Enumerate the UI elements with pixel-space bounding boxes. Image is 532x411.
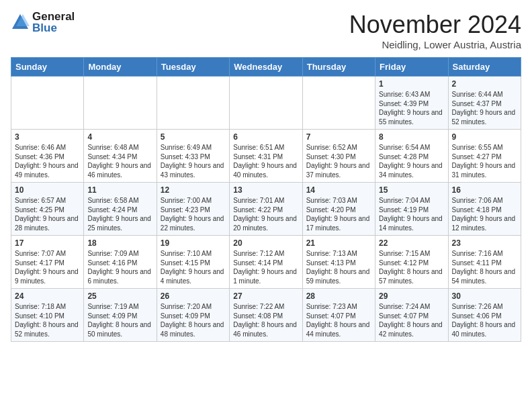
- day-info: Sunrise: 7:18 AM Sunset: 4:10 PM Dayligh…: [15, 302, 80, 338]
- title-area: November 2024 Neidling, Lower Austria, A…: [349, 11, 521, 50]
- day-info: Sunrise: 7:16 AM Sunset: 4:11 PM Dayligh…: [452, 249, 517, 285]
- calendar-cell: 3Sunrise: 6:46 AM Sunset: 4:36 PM Daylig…: [11, 130, 84, 183]
- day-number: 9: [452, 132, 517, 142]
- weekday-header: Thursday: [302, 58, 375, 77]
- logo-general: General: [32, 11, 75, 22]
- day-info: Sunrise: 7:23 AM Sunset: 4:07 PM Dayligh…: [306, 302, 371, 338]
- calendar-cell: [84, 77, 157, 130]
- calendar-cell: 23Sunrise: 7:16 AM Sunset: 4:11 PM Dayli…: [448, 236, 521, 289]
- day-number: 19: [161, 238, 226, 248]
- calendar-week-row: 24Sunrise: 7:18 AM Sunset: 4:10 PM Dayli…: [11, 289, 521, 342]
- day-number: 2: [452, 79, 517, 89]
- calendar-cell: 26Sunrise: 7:20 AM Sunset: 4:09 PM Dayli…: [157, 289, 229, 342]
- calendar-cell: 5Sunrise: 6:49 AM Sunset: 4:33 PM Daylig…: [157, 130, 229, 183]
- calendar-cell: [302, 77, 375, 130]
- calendar-cell: 30Sunrise: 7:26 AM Sunset: 4:06 PM Dayli…: [448, 289, 521, 342]
- day-number: 15: [379, 185, 444, 195]
- day-number: 1: [379, 79, 444, 89]
- calendar-cell: [157, 77, 229, 130]
- day-info: Sunrise: 6:49 AM Sunset: 4:33 PM Dayligh…: [161, 143, 226, 179]
- calendar-cell: 14Sunrise: 7:03 AM Sunset: 4:20 PM Dayli…: [302, 183, 375, 236]
- calendar-cell: 16Sunrise: 7:06 AM Sunset: 4:18 PM Dayli…: [448, 183, 521, 236]
- day-number: 27: [233, 291, 298, 301]
- weekday-header: Wednesday: [230, 58, 302, 77]
- day-number: 26: [161, 291, 226, 301]
- day-info: Sunrise: 6:57 AM Sunset: 4:25 PM Dayligh…: [15, 196, 80, 232]
- day-info: Sunrise: 7:20 AM Sunset: 4:09 PM Dayligh…: [161, 302, 226, 338]
- day-info: Sunrise: 7:06 AM Sunset: 4:18 PM Dayligh…: [452, 196, 517, 232]
- day-info: Sunrise: 7:03 AM Sunset: 4:20 PM Dayligh…: [306, 196, 371, 232]
- day-number: 16: [452, 185, 517, 195]
- calendar-cell: 15Sunrise: 7:04 AM Sunset: 4:19 PM Dayli…: [375, 183, 448, 236]
- calendar-cell: 29Sunrise: 7:24 AM Sunset: 4:07 PM Dayli…: [375, 289, 448, 342]
- page-header: General Blue November 2024 Neidling, Low…: [11, 11, 521, 50]
- calendar-cell: 8Sunrise: 6:54 AM Sunset: 4:28 PM Daylig…: [375, 130, 448, 183]
- day-number: 20: [233, 238, 298, 248]
- calendar-cell: [230, 77, 302, 130]
- weekday-header: Sunday: [11, 58, 84, 77]
- calendar-cell: 7Sunrise: 6:52 AM Sunset: 4:30 PM Daylig…: [302, 130, 375, 183]
- weekday-header: Saturday: [448, 58, 521, 77]
- calendar-cell: 17Sunrise: 7:07 AM Sunset: 4:17 PM Dayli…: [11, 236, 84, 289]
- logo-blue: Blue: [32, 22, 75, 34]
- calendar-cell: 13Sunrise: 7:01 AM Sunset: 4:22 PM Dayli…: [230, 183, 302, 236]
- day-info: Sunrise: 6:44 AM Sunset: 4:37 PM Dayligh…: [452, 90, 517, 126]
- day-info: Sunrise: 7:26 AM Sunset: 4:06 PM Dayligh…: [452, 302, 517, 338]
- calendar-table: SundayMondayTuesdayWednesdayThursdayFrid…: [11, 57, 521, 342]
- day-info: Sunrise: 7:09 AM Sunset: 4:16 PM Dayligh…: [87, 249, 152, 285]
- calendar-cell: 2Sunrise: 6:44 AM Sunset: 4:37 PM Daylig…: [448, 77, 521, 130]
- day-info: Sunrise: 7:24 AM Sunset: 4:07 PM Dayligh…: [379, 302, 444, 338]
- day-info: Sunrise: 7:15 AM Sunset: 4:12 PM Dayligh…: [379, 249, 444, 285]
- day-info: Sunrise: 7:12 AM Sunset: 4:14 PM Dayligh…: [233, 249, 298, 285]
- day-info: Sunrise: 6:52 AM Sunset: 4:30 PM Dayligh…: [306, 143, 371, 179]
- calendar-cell: 10Sunrise: 6:57 AM Sunset: 4:25 PM Dayli…: [11, 183, 84, 236]
- day-number: 25: [87, 291, 152, 301]
- day-number: 4: [87, 132, 152, 142]
- calendar-cell: 20Sunrise: 7:12 AM Sunset: 4:14 PM Dayli…: [230, 236, 302, 289]
- calendar-week-row: 3Sunrise: 6:46 AM Sunset: 4:36 PM Daylig…: [11, 130, 521, 183]
- calendar-cell: 12Sunrise: 7:00 AM Sunset: 4:23 PM Dayli…: [157, 183, 229, 236]
- location: Neidling, Lower Austria, Austria: [349, 39, 521, 50]
- calendar-cell: 9Sunrise: 6:55 AM Sunset: 4:27 PM Daylig…: [448, 130, 521, 183]
- weekday-header-row: SundayMondayTuesdayWednesdayThursdayFrid…: [11, 58, 521, 77]
- day-number: 23: [452, 238, 517, 248]
- logo-text: General Blue: [32, 11, 75, 34]
- calendar-cell: 27Sunrise: 7:22 AM Sunset: 4:08 PM Dayli…: [230, 289, 302, 342]
- day-number: 18: [87, 238, 152, 248]
- month-title: November 2024: [349, 11, 521, 39]
- day-info: Sunrise: 6:51 AM Sunset: 4:31 PM Dayligh…: [233, 143, 298, 179]
- calendar-cell: 19Sunrise: 7:10 AM Sunset: 4:15 PM Dayli…: [157, 236, 229, 289]
- day-info: Sunrise: 7:10 AM Sunset: 4:15 PM Dayligh…: [161, 249, 226, 285]
- calendar-cell: 1Sunrise: 6:43 AM Sunset: 4:39 PM Daylig…: [375, 77, 448, 130]
- calendar-cell: 28Sunrise: 7:23 AM Sunset: 4:07 PM Dayli…: [302, 289, 375, 342]
- day-number: 12: [161, 185, 226, 195]
- day-info: Sunrise: 7:22 AM Sunset: 4:08 PM Dayligh…: [233, 302, 298, 338]
- day-info: Sunrise: 6:43 AM Sunset: 4:39 PM Dayligh…: [379, 90, 444, 126]
- day-number: 10: [15, 185, 80, 195]
- day-info: Sunrise: 6:55 AM Sunset: 4:27 PM Dayligh…: [452, 143, 517, 179]
- day-number: 5: [161, 132, 226, 142]
- day-info: Sunrise: 7:19 AM Sunset: 4:09 PM Dayligh…: [87, 302, 152, 338]
- day-number: 30: [452, 291, 517, 301]
- day-number: 13: [233, 185, 298, 195]
- calendar-week-row: 1Sunrise: 6:43 AM Sunset: 4:39 PM Daylig…: [11, 77, 521, 130]
- calendar-cell: 24Sunrise: 7:18 AM Sunset: 4:10 PM Dayli…: [11, 289, 84, 342]
- day-number: 29: [379, 291, 444, 301]
- calendar-cell: 4Sunrise: 6:48 AM Sunset: 4:34 PM Daylig…: [84, 130, 157, 183]
- day-number: 22: [379, 238, 444, 248]
- day-info: Sunrise: 7:01 AM Sunset: 4:22 PM Dayligh…: [233, 196, 298, 232]
- day-number: 8: [379, 132, 444, 142]
- calendar-cell: 22Sunrise: 7:15 AM Sunset: 4:12 PM Dayli…: [375, 236, 448, 289]
- day-number: 11: [87, 185, 152, 195]
- calendar-week-row: 17Sunrise: 7:07 AM Sunset: 4:17 PM Dayli…: [11, 236, 521, 289]
- day-info: Sunrise: 7:04 AM Sunset: 4:19 PM Dayligh…: [379, 196, 444, 232]
- calendar-cell: 6Sunrise: 6:51 AM Sunset: 4:31 PM Daylig…: [230, 130, 302, 183]
- day-number: 14: [306, 185, 371, 195]
- day-info: Sunrise: 6:48 AM Sunset: 4:34 PM Dayligh…: [87, 143, 152, 179]
- day-number: 3: [15, 132, 80, 142]
- logo-icon: [11, 13, 30, 32]
- day-info: Sunrise: 6:54 AM Sunset: 4:28 PM Dayligh…: [379, 143, 444, 179]
- calendar-cell: [11, 77, 84, 130]
- calendar-week-row: 10Sunrise: 6:57 AM Sunset: 4:25 PM Dayli…: [11, 183, 521, 236]
- calendar-cell: 25Sunrise: 7:19 AM Sunset: 4:09 PM Dayli…: [84, 289, 157, 342]
